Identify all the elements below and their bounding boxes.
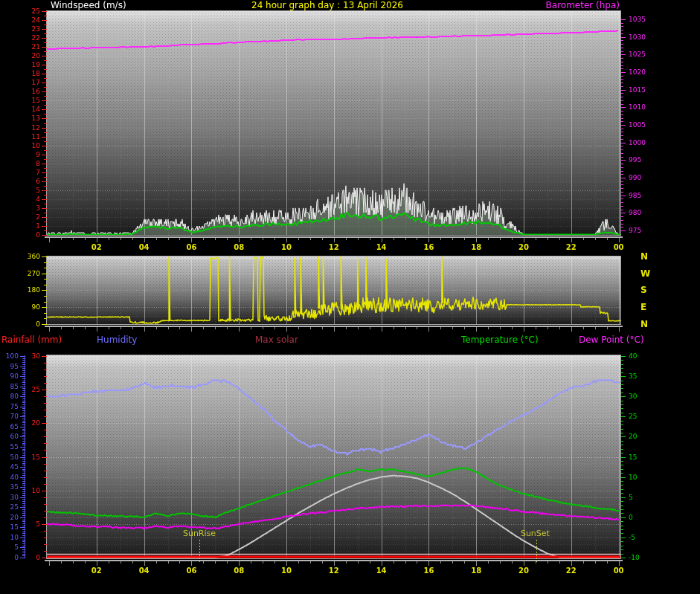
- barometer-axis-label: Barometer (hpa): [546, 1, 620, 10]
- sunrise-label: SunRise: [183, 529, 216, 538]
- compass-label: N: [640, 251, 648, 262]
- humidity-label: Humidity: [97, 335, 137, 345]
- sunset-label: SunSet: [521, 529, 550, 538]
- compass-label: N: [640, 319, 648, 329]
- graph-title: 24 hour graph day : 13 April 2026: [251, 1, 403, 10]
- compass-label: W: [640, 268, 650, 279]
- weather-graph-window: Windspeed (m/s) 24 hour graph day : 13 A…: [0, 0, 700, 594]
- temperature-label: Temperature (°C): [461, 335, 539, 345]
- graphs-canvas: [0, 0, 700, 594]
- compass-label: S: [640, 285, 647, 295]
- max-solar-label: Max solar: [255, 335, 298, 345]
- windspeed-axis-label: Windspeed (m/s): [51, 1, 126, 10]
- rainfall-label: Rainfall (mm): [1, 335, 62, 345]
- dew-point-label: Dew Point (°C): [579, 335, 644, 345]
- compass-label: E: [640, 302, 646, 312]
